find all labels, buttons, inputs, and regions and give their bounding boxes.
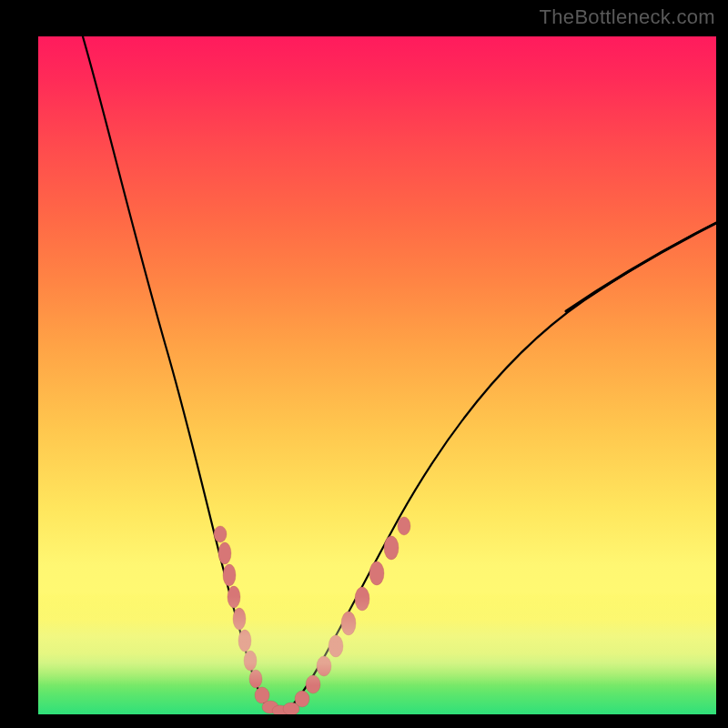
svg-point-14: [317, 656, 331, 676]
svg-point-2: [223, 564, 236, 586]
watermark-text: TheBottleneck.com: [540, 5, 715, 29]
marker-group: [214, 517, 410, 714]
plot-area: [38, 36, 716, 714]
chart-frame: TheBottleneck.com: [0, 0, 728, 728]
bottleneck-curve: [80, 36, 716, 713]
svg-point-16: [341, 612, 356, 635]
svg-point-3: [228, 586, 240, 608]
svg-point-1: [218, 542, 231, 564]
svg-point-15: [329, 635, 343, 657]
svg-point-17: [355, 587, 369, 611]
curve-layer: [38, 36, 716, 714]
svg-point-5: [238, 630, 251, 652]
svg-point-0: [214, 526, 227, 542]
svg-point-4: [233, 608, 246, 630]
svg-point-6: [244, 651, 257, 671]
svg-point-20: [398, 517, 410, 535]
svg-point-7: [249, 670, 262, 688]
svg-point-18: [369, 561, 384, 585]
svg-point-12: [295, 691, 309, 707]
svg-point-13: [306, 675, 320, 693]
svg-point-19: [384, 536, 399, 560]
